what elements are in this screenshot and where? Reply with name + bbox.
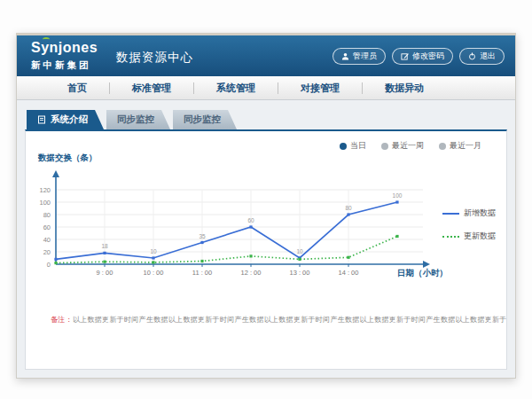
- time-filter: 当日 最近一周 最近一月: [340, 140, 481, 152]
- legend-item-updated-data[interactable]: 更新数据: [442, 231, 499, 242]
- chart-panel: 当日 最近一周 最近一月 数据交换（条） 0204060801001209 : …: [25, 129, 507, 370]
- radio-dot-icon: [381, 143, 388, 150]
- logout-button[interactable]: 退出: [459, 48, 505, 65]
- radio-last-week-label: 最近一周: [392, 140, 424, 152]
- content-area: 系统介绍 同步监控 同步监控 当日 最近一周: [17, 100, 515, 378]
- tab-sync-monitor-1[interactable]: 同步监控: [106, 110, 170, 129]
- tab-sync-monitor-2[interactable]: 同步监控: [173, 110, 237, 129]
- radio-dot-icon: [340, 143, 347, 150]
- svg-text:120: 120: [39, 186, 51, 194]
- svg-text:12 : 00: 12 : 00: [241, 269, 262, 277]
- footnote: 备注：以上数据更新于时间产生数据以上数据更新于时间产生数据以上数据更新于时间产生…: [51, 315, 507, 325]
- svg-text:日期（小时）: 日期（小时）: [397, 268, 448, 278]
- tab-label: 同步监控: [117, 113, 154, 126]
- svg-text:40: 40: [43, 236, 51, 244]
- company-logo: Synjones 新中新集团: [31, 40, 98, 71]
- tab-bar: 系统介绍 同步监控 同步监控: [27, 110, 507, 129]
- dotted-line-swatch-icon: [442, 236, 459, 238]
- leaf-icon: [43, 37, 50, 42]
- legend-label: 更新数据: [464, 231, 496, 242]
- radio-today[interactable]: 当日: [340, 140, 366, 152]
- radio-dot-icon: [439, 143, 446, 150]
- legend-label: 新增数据: [464, 207, 496, 219]
- svg-text:20: 20: [43, 248, 51, 256]
- logout-label: 退出: [480, 51, 496, 62]
- nav-item-home[interactable]: 首页: [45, 82, 109, 95]
- svg-text:18: 18: [101, 243, 108, 249]
- svg-text:60: 60: [247, 217, 254, 223]
- header-actions: 管理员 修改密码 退出: [332, 48, 505, 65]
- document-icon: [37, 115, 46, 124]
- power-icon: [468, 52, 476, 60]
- chart-legend: 新增数据 更新数据: [442, 207, 499, 254]
- svg-text:10 : 00: 10 : 00: [144, 269, 164, 277]
- logo-text: Synjones: [31, 40, 98, 55]
- radio-last-month-label: 最近一月: [450, 140, 481, 152]
- logo-wordmark: Synjones: [31, 40, 98, 56]
- admin-user-button[interactable]: 管理员: [332, 48, 386, 65]
- main-nav: 首页 标准管理 系统管理 对接管理 数据异动: [17, 76, 515, 100]
- svg-text:80: 80: [345, 205, 352, 211]
- line-chart: 0204060801001209 : 0010 : 0011 : 0012 : …: [33, 165, 450, 298]
- logo-company-name: 新中新集团: [31, 59, 91, 70]
- nav-item-data-changes[interactable]: 数据异动: [363, 82, 446, 95]
- tab-label: 系统介绍: [51, 113, 88, 126]
- svg-text:60: 60: [43, 223, 51, 231]
- svg-text:11 : 00: 11 : 00: [192, 269, 212, 277]
- change-password-button[interactable]: 修改密码: [392, 48, 453, 65]
- radio-last-month[interactable]: 最近一月: [439, 140, 481, 152]
- footnote-text: 以上数据更新于时间产生数据以上数据更新于时间产生数据以上数据更新于时间产生数据以…: [73, 316, 507, 324]
- svg-text:35: 35: [199, 233, 206, 239]
- admin-user-label: 管理员: [353, 51, 377, 62]
- svg-text:13 : 00: 13 : 00: [290, 269, 310, 277]
- tab-label: 同步监控: [184, 113, 221, 126]
- radio-today-label: 当日: [350, 140, 366, 152]
- svg-text:80: 80: [43, 211, 51, 219]
- app-window: Synjones 新中新集团 数据资源中心 管理员 修改密码 退出 首页 标准管…: [16, 33, 516, 379]
- svg-text:0: 0: [47, 261, 51, 269]
- y-axis-title: 数据交换（条）: [38, 153, 98, 164]
- page-title: 数据资源中心: [116, 50, 193, 66]
- nav-item-standard-management[interactable]: 标准管理: [110, 82, 193, 95]
- svg-text:10: 10: [296, 248, 303, 254]
- svg-text:14 : 00: 14 : 00: [339, 269, 359, 277]
- nav-item-interface-management[interactable]: 对接管理: [278, 82, 362, 95]
- app-header: Synjones 新中新集团 数据资源中心 管理员 修改密码 退出: [17, 35, 515, 76]
- change-password-label: 修改密码: [412, 51, 444, 62]
- edit-icon: [401, 52, 409, 60]
- footnote-prefix: 备注：: [51, 316, 73, 324]
- solid-line-swatch-icon: [442, 213, 459, 215]
- radio-last-week[interactable]: 最近一周: [381, 140, 424, 152]
- tab-system-intro[interactable]: 系统介绍: [27, 110, 104, 129]
- svg-text:100: 100: [393, 192, 403, 199]
- svg-text:9 : 00: 9 : 00: [97, 269, 113, 277]
- nav-item-system-management[interactable]: 系统管理: [194, 82, 278, 95]
- legend-item-new-data[interactable]: 新增数据: [442, 207, 499, 219]
- user-icon: [341, 52, 349, 60]
- svg-text:100: 100: [39, 199, 51, 207]
- svg-text:10: 10: [150, 248, 157, 254]
